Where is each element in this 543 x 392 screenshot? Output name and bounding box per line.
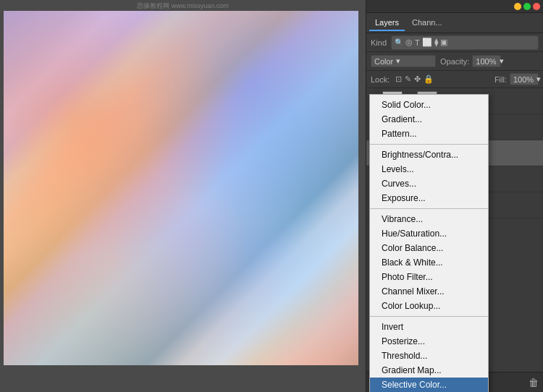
lock-row: Lock: ⊡ ✎ ✤ 🔒 Fill: 100% ▾ — [366, 71, 543, 88]
kind-label: Kind — [371, 38, 387, 47]
tab-layers[interactable]: Layers — [369, 15, 405, 31]
circle-icon: ◎ — [405, 38, 413, 47]
adjustment-dropdown-menu: Solid Color... Gradient... Pattern... Br… — [369, 94, 489, 392]
lock-icons: ⊡ ✎ ✤ 🔒 — [395, 74, 434, 84]
menu-item-black-white[interactable]: Black & White... — [370, 255, 488, 270]
delete-layer-icon[interactable]: 🗑 — [529, 377, 539, 388]
main-layout: 思缘教程网 www.missyuan.com Layers Chann... K… — [0, 0, 543, 392]
fill-row: Fill: 100% ▾ — [494, 73, 539, 85]
menu-item-channel-mixer[interactable]: Channel Mixer... — [370, 284, 488, 299]
smart-icon: ▣ — [440, 38, 447, 47]
kind-search-box[interactable]: 🔍 ◎ T ⬜ ⧫ ▣ — [391, 35, 539, 50]
opacity-row: Opacity: 100% ▾ — [440, 55, 501, 67]
menu-item-color-lookup[interactable]: Color Lookup... — [370, 299, 488, 313]
menu-item-levels[interactable]: Levels... — [370, 162, 488, 176]
menu-item-gradient-map[interactable]: Gradient Map... — [370, 363, 488, 378]
panel-tabs: Layers Chann... — [366, 13, 543, 33]
fill-dropdown[interactable]: 100% ▾ — [510, 73, 539, 85]
opacity-dropdown[interactable]: 100% ▾ — [472, 55, 501, 67]
canvas-area: 思缘教程网 www.missyuan.com — [0, 0, 366, 392]
blend-mode-dropdown[interactable]: Color ▾ — [371, 55, 436, 67]
menu-item-photo-filter[interactable]: Photo Filter... — [370, 270, 488, 284]
type-icon: T — [415, 38, 420, 47]
filter-icon: ⧫ — [434, 38, 438, 47]
canvas-image — [4, 11, 358, 365]
menu-item-gradient[interactable]: Gradient... — [370, 112, 488, 127]
opacity-label: Opacity: — [440, 57, 469, 66]
menu-item-curves[interactable]: Curves... — [370, 176, 488, 191]
lock-paint-icon[interactable]: ✎ — [405, 74, 411, 84]
menu-item-brightness[interactable]: Brightness/Contra... — [370, 148, 488, 162]
tab-channels[interactable]: Chann... — [406, 15, 448, 31]
fill-value: 100% — [513, 75, 534, 84]
lock-transparent-icon[interactable]: ⊡ — [395, 74, 402, 84]
menu-item-posterize[interactable]: Posterize... — [370, 334, 488, 349]
fill-chevron-icon: ▾ — [536, 74, 541, 84]
blend-row: Color ▾ Opacity: 100% ▾ — [366, 52, 543, 71]
opacity-value: 100% — [476, 57, 496, 66]
lock-all-icon[interactable]: 🔒 — [424, 74, 434, 84]
menu-separator — [370, 144, 488, 145]
menu-item-vibrance[interactable]: Vibrance... — [370, 212, 488, 226]
menu-item-threshold[interactable]: Threshold... — [370, 349, 488, 363]
lock-label: Lock: — [371, 75, 390, 84]
watermark: 思缘教程网 www.missyuan.com — [137, 1, 229, 11]
menu-separator-2 — [370, 208, 488, 209]
menu-item-invert[interactable]: Invert — [370, 320, 488, 334]
menu-separator-3 — [370, 316, 488, 317]
blend-mode-value: Color — [374, 57, 393, 66]
shape-icon: ⬜ — [422, 38, 432, 47]
menu-item-exposure[interactable]: Exposure... — [370, 191, 488, 205]
close-button[interactable] — [533, 3, 540, 10]
opacity-chevron-icon: ▾ — [500, 56, 504, 66]
menu-item-hue-saturation[interactable]: Hue/Saturation... — [370, 226, 488, 241]
lock-move-icon[interactable]: ✤ — [414, 74, 421, 84]
fill-label: Fill: — [494, 75, 507, 84]
kind-toolbar: Kind 🔍 ◎ T ⬜ ⧫ ▣ — [366, 33, 543, 52]
chevron-down-icon: ▾ — [396, 56, 400, 66]
minimize-button[interactable] — [514, 3, 521, 10]
menu-item-selective-color[interactable]: Selective Color... — [370, 378, 488, 392]
maximize-button[interactable] — [523, 3, 531, 10]
menu-item-pattern[interactable]: Pattern... — [370, 127, 488, 141]
menu-item-solid-color[interactable]: Solid Color... — [370, 98, 488, 112]
menu-item-color-balance[interactable]: Color Balance... — [370, 241, 488, 255]
search-icon: 🔍 — [395, 38, 403, 46]
